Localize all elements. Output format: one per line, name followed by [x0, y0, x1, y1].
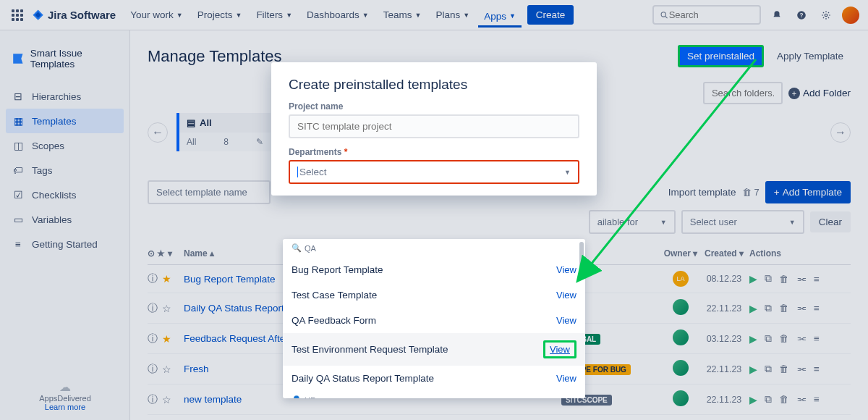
- view-link[interactable]: View: [543, 340, 576, 358]
- departments-label: Departments *: [289, 147, 579, 157]
- dropdown-item[interactable]: Bug Report TemplateView: [283, 257, 585, 282]
- dropdown-item-name: Test Case Template: [292, 290, 377, 301]
- dropdown-item-name: Daily QA Status Report Template: [292, 373, 434, 384]
- dropdown-item-name: Test Environment Request Template: [292, 344, 448, 355]
- view-link[interactable]: View: [556, 264, 576, 275]
- project-name-label: Project name: [289, 101, 579, 112]
- departments-select[interactable]: Select ▼: [289, 160, 579, 184]
- person-icon: 👤: [292, 395, 302, 398]
- departments-dropdown: 🔍QA Bug Report TemplateViewTest Case Tem…: [283, 239, 585, 398]
- view-link[interactable]: View: [556, 315, 576, 326]
- dropdown-item[interactable]: Test Case TemplateView: [283, 282, 585, 308]
- dropdown-group-hr: 👤HR: [283, 391, 585, 398]
- modal-body: Project name Departments * Select ▼: [271, 101, 597, 196]
- modal-title: Create preinstalled templates: [271, 62, 597, 101]
- dropdown-item-name: Bug Report Template: [292, 264, 383, 275]
- chevron-down-icon: ▼: [564, 169, 571, 176]
- view-link[interactable]: View: [556, 290, 576, 301]
- dropdown-item[interactable]: Test Environment Request TemplateView: [283, 333, 585, 366]
- search-icon: 🔍: [292, 243, 302, 253]
- dropdown-item[interactable]: QA Feedback FormView: [283, 308, 585, 333]
- dropdown-group-qa: 🔍QA: [283, 239, 585, 257]
- create-preinstalled-modal: Create preinstalled templates Project na…: [271, 62, 597, 196]
- view-link[interactable]: View: [556, 373, 576, 384]
- dropdown-item[interactable]: Daily QA Status Report TemplateView: [283, 366, 585, 391]
- project-name-input[interactable]: [289, 114, 579, 138]
- dropdown-item-name: QA Feedback Form: [292, 315, 376, 326]
- scrollbar[interactable]: [579, 242, 584, 271]
